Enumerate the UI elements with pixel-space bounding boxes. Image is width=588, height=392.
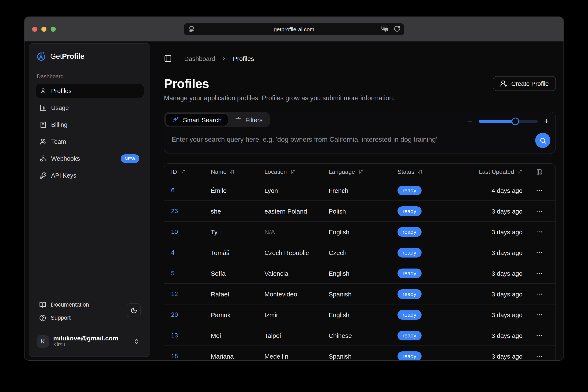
profile-location: Medellín	[264, 352, 329, 360]
row-menu-button[interactable]	[529, 187, 549, 194]
table-row[interactable]: 18 Mariana Medellín Spanish ready 3 days…	[164, 346, 556, 361]
plus-icon[interactable]	[543, 118, 550, 124]
breadcrumb-divider	[178, 55, 178, 62]
status-badge: ready	[397, 248, 421, 257]
zoom-window-button[interactable]	[51, 27, 56, 32]
column-header-last-updated[interactable]: Last Updated	[469, 168, 529, 175]
profile-name: Pamuk	[211, 311, 264, 318]
status-badge: ready	[397, 268, 421, 278]
table-row[interactable]: 6 Émile Lyon French ready 4 days ago	[164, 180, 556, 201]
ellipsis-icon	[535, 208, 543, 214]
search-depth-slider	[467, 112, 556, 124]
sort-icon	[359, 169, 364, 174]
table-row[interactable]: 10 Ty N/A English ready 3 days ago	[164, 222, 556, 242]
url-text: getprofile-ai.com	[274, 26, 314, 32]
brand[interactable]: GetProfile	[35, 51, 144, 62]
profile-last-updated: 3 days ago	[469, 352, 529, 360]
profile-name: Rafael	[211, 290, 264, 298]
sidebar-toggle-icon[interactable]	[164, 54, 172, 62]
svg-text:文: 文	[385, 28, 388, 31]
minus-icon[interactable]	[467, 118, 473, 124]
column-header-id[interactable]: ID	[171, 168, 211, 175]
user-menu[interactable]: K milukove@gmail.com Kirsu	[35, 332, 144, 349]
profile-last-updated: 3 days ago	[469, 290, 529, 298]
breadcrumb-parent[interactable]: Dashboard	[184, 55, 215, 62]
sidebar-item-webhooks[interactable]: Webhooks NEW	[35, 152, 144, 166]
table-row[interactable]: 5 Sofía Valencia English ready 3 days ag…	[164, 263, 556, 284]
columns-settings-icon	[535, 168, 543, 175]
address-bar[interactable]: getprofile-ai.com A文	[184, 23, 404, 35]
profile-id-link[interactable]: 20	[171, 311, 211, 318]
theme-toggle-button[interactable]	[127, 303, 141, 317]
profile-location: N/A	[264, 228, 329, 235]
getprofile-logo-icon	[36, 51, 46, 62]
table-row[interactable]: 23 she eastern Poland Polish ready 3 day…	[164, 201, 556, 222]
profile-id-link[interactable]: 10	[171, 228, 211, 235]
profile-name: Sofía	[211, 270, 264, 277]
sidebar-item-profiles[interactable]: Profiles	[35, 84, 144, 98]
row-menu-button[interactable]	[529, 228, 549, 235]
row-menu-button[interactable]	[529, 290, 549, 298]
table-row[interactable]: 20 Pamuk Izmir English ready 3 days ago	[164, 304, 556, 325]
create-profile-button[interactable]: Create Profile	[493, 76, 556, 91]
sidebar-item-billing[interactable]: Billing	[35, 118, 144, 132]
profile-last-updated: 3 days ago	[469, 311, 529, 318]
breadcrumb-current: Profiles	[233, 55, 254, 62]
sparkles-icon	[172, 116, 179, 123]
address-bar-actions: A文	[382, 25, 400, 32]
page-title: Profiles	[164, 76, 394, 91]
profile-location: eastern Poland	[264, 208, 329, 214]
profile-id-link[interactable]: 23	[171, 208, 211, 214]
table-row[interactable]: 13 Mei Taipei Chinese ready 3 days ago	[164, 325, 556, 346]
slider-thumb[interactable]	[512, 117, 519, 125]
profile-id-link[interactable]: 12	[171, 290, 211, 297]
close-window-button[interactable]	[32, 27, 37, 32]
profile-id-link[interactable]: 6	[171, 187, 211, 194]
profile-language: Czech	[329, 249, 397, 256]
chevron-right-icon	[221, 56, 227, 61]
minimize-window-button[interactable]	[41, 27, 46, 32]
tab-smart-search[interactable]: Smart Search	[166, 113, 228, 126]
slider-track[interactable]	[479, 120, 538, 122]
column-header-language[interactable]: Language	[329, 168, 397, 175]
profile-id-link[interactable]: 5	[171, 270, 211, 276]
book-open-icon	[39, 301, 46, 308]
row-menu-button[interactable]	[529, 208, 549, 214]
ellipsis-icon	[535, 332, 543, 339]
smart-search-card: Smart Search Filters	[164, 112, 556, 154]
translate-icon[interactable]: A文	[382, 25, 389, 32]
status-badge: ready	[397, 330, 421, 340]
reader-view-icon[interactable]	[188, 25, 195, 32]
sort-icon	[290, 169, 295, 174]
ellipsis-icon	[535, 187, 543, 194]
row-menu-button[interactable]	[529, 270, 549, 277]
profile-last-updated: 3 days ago	[469, 270, 529, 277]
profile-id-link[interactable]: 18	[171, 353, 211, 360]
row-menu-button[interactable]	[529, 352, 549, 360]
profile-name: Émile	[211, 187, 264, 194]
column-header-status[interactable]: Status	[397, 168, 469, 175]
profile-id-link[interactable]: 13	[171, 332, 211, 339]
ellipsis-icon	[535, 311, 543, 318]
row-menu-button[interactable]	[529, 332, 549, 339]
column-header-location[interactable]: Location	[264, 168, 329, 175]
reload-icon[interactable]	[394, 25, 400, 32]
column-settings-button[interactable]	[529, 168, 549, 175]
sidebar-item-api-keys[interactable]: API Keys	[35, 168, 144, 183]
profile-location: Czech Republic	[264, 249, 329, 256]
column-header-name[interactable]: Name	[211, 168, 264, 175]
user-plus-icon	[500, 80, 508, 87]
tab-filters[interactable]: Filters	[229, 113, 268, 126]
table-row[interactable]: 12 Rafael Montevideo Spanish ready 3 day…	[164, 284, 556, 304]
sidebar-section-label: Dashboard	[35, 73, 144, 80]
sidebar-item-usage[interactable]: Usage	[35, 101, 144, 115]
search-input[interactable]: Enter your search query here, e.g. 'dog …	[172, 136, 437, 143]
row-menu-button[interactable]	[529, 311, 549, 318]
search-submit-button[interactable]	[535, 133, 550, 148]
profile-id-link[interactable]: 4	[171, 249, 211, 256]
profile-last-updated: 3 days ago	[469, 332, 529, 339]
row-menu-button[interactable]	[529, 249, 549, 256]
table-row[interactable]: 4 Tomáš Czech Republic Czech ready 3 day…	[164, 242, 556, 263]
new-badge: NEW	[121, 154, 139, 163]
sidebar-item-team[interactable]: Team	[35, 134, 144, 149]
